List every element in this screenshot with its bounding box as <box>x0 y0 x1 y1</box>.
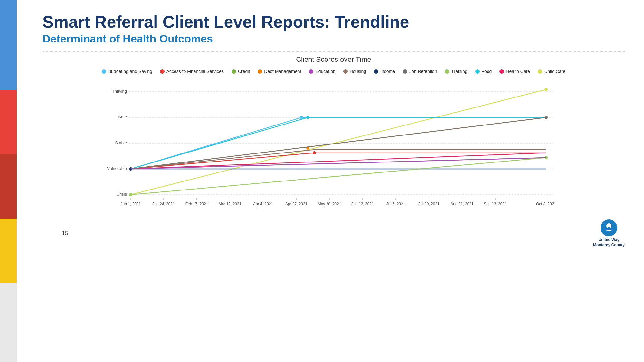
y-label-stable: Stable <box>115 140 127 145</box>
y-label-thriving: Thriving <box>112 89 127 94</box>
x-label-7: Jun 12, 2021 <box>351 202 374 206</box>
legend-item: Education <box>309 69 335 74</box>
legend-item: Food <box>475 69 492 74</box>
dot-food-mid <box>306 116 309 119</box>
dot-training-start <box>129 193 132 196</box>
x-label-0: Jan 1, 2021 <box>121 202 141 206</box>
legend-item: Access to Financial Services <box>160 69 224 74</box>
legend-item: Training <box>445 69 467 74</box>
sub-title: Determinant of Health Outcomes <box>43 32 625 45</box>
legend-dot <box>343 69 348 74</box>
legend-dot <box>475 69 480 74</box>
legend-dot <box>445 69 449 74</box>
chart-container: Client Scores over Time Budgeting and Sa… <box>43 55 625 217</box>
chart-title: Client Scores over Time <box>43 55 625 64</box>
separator <box>43 51 625 52</box>
x-label-9: Jul 29, 2021 <box>418 202 440 206</box>
x-label-1: Jan 24, 2021 <box>152 202 175 206</box>
strip-yellow <box>0 219 17 283</box>
legend-label: Child Care <box>544 69 565 74</box>
legend-label: Food <box>482 69 492 74</box>
logo-text: United Way Monterey County <box>593 237 625 247</box>
legend-item: Debt Management <box>258 69 301 74</box>
legend-dot <box>232 69 236 74</box>
footer: 15 United Way Monterey County <box>43 219 625 247</box>
legend-dot <box>160 69 165 74</box>
legend-label: Access to Financial Services <box>166 69 224 74</box>
chart-area: Thriving Safe Stable Vulnerable Crisis <box>43 80 625 217</box>
logo-area: United Way Monterey County <box>593 219 625 247</box>
legend-label: Training <box>451 69 467 74</box>
dot-financial-mid <box>313 151 316 154</box>
legend: Budgeting and SavingAccess to Financial … <box>43 69 625 74</box>
legend-dot <box>102 69 106 74</box>
legend-label: Job Retention <box>409 69 437 74</box>
legend-dot <box>538 69 542 74</box>
x-label-8: Jul 6, 2021 <box>386 202 405 206</box>
legend-dot <box>309 69 313 74</box>
legend-label: Debt Management <box>264 69 301 74</box>
logo-circle <box>601 219 617 236</box>
y-label-crisis: Crisis <box>117 192 127 197</box>
x-label-12: Oct 8, 2021 <box>536 202 556 206</box>
legend-dot <box>499 69 504 74</box>
sidebar-strips <box>0 0 17 362</box>
legend-item: Health Care <box>499 69 530 74</box>
strip-red-bottom <box>0 154 17 219</box>
chart-svg: Thriving Safe Stable Vulnerable Crisis <box>43 80 625 216</box>
legend-item: Child Care <box>538 69 565 74</box>
legend-item: Housing <box>343 69 366 74</box>
y-label-safe: Safe <box>118 115 127 119</box>
x-label-11: Sep 13, 2021 <box>484 202 507 206</box>
legend-item: Job Retention <box>403 69 437 74</box>
legend-item: Income <box>374 69 395 74</box>
united-way-icon <box>603 222 615 234</box>
x-label-6: May 20, 2021 <box>318 202 341 206</box>
y-label-vulnerable: Vulnerable <box>107 166 127 171</box>
legend-label: Credit <box>238 69 250 74</box>
legend-dot <box>258 69 262 74</box>
x-label-3: Mar 12, 2021 <box>219 202 242 206</box>
strip-blue <box>0 0 17 90</box>
legend-item: Budgeting and Saving <box>102 69 152 74</box>
legend-label: Income <box>380 69 395 74</box>
legend-label: Housing <box>350 69 366 74</box>
title-section: Smart Referral Client Level Reports: Tre… <box>43 13 625 45</box>
legend-label: Budgeting and Saving <box>108 69 152 74</box>
legend-item: Credit <box>232 69 250 74</box>
line-child-care <box>131 89 546 195</box>
x-label-2: Feb 17, 2021 <box>185 202 208 206</box>
legend-dot <box>403 69 407 74</box>
strip-bottom <box>0 283 17 362</box>
main-content: Smart Referral Client Level Reports: Tre… <box>17 0 644 362</box>
dot-child-care-end <box>545 88 548 91</box>
legend-label: Education <box>315 69 335 74</box>
page-number: 15 <box>62 230 68 237</box>
x-label-4: Apr 4, 2021 <box>253 202 273 206</box>
x-label-5: Apr 27, 2021 <box>285 202 308 206</box>
legend-label: Health Care <box>506 69 530 74</box>
main-title: Smart Referral Client Level Reports: Tre… <box>43 13 625 31</box>
strip-red-top <box>0 90 17 154</box>
x-label-10: Aug 21, 2021 <box>450 202 474 206</box>
dot-job-end <box>545 116 548 119</box>
legend-dot <box>374 69 378 74</box>
